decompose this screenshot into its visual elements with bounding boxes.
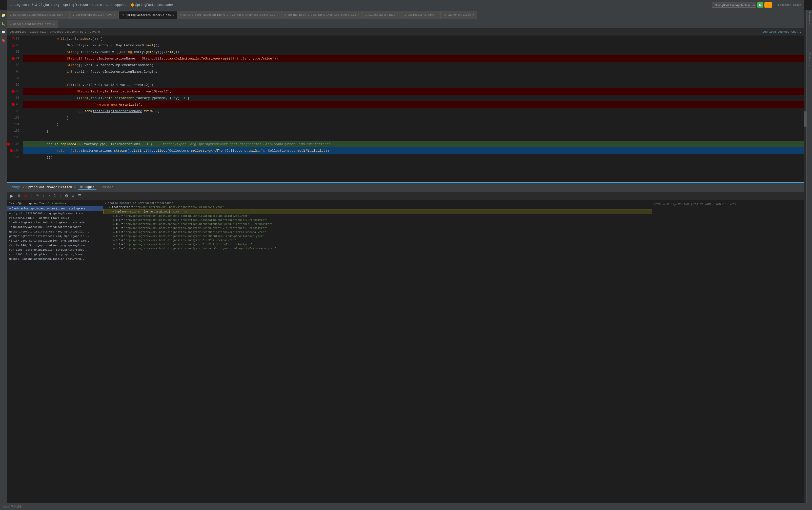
expand-icon[interactable]: ▶: [113, 247, 115, 250]
class-icon: 🔶: [130, 3, 134, 7]
tab-close[interactable]: ✕: [436, 13, 438, 17]
line-97: 97: [7, 95, 21, 101]
config-selector[interactable]: SpringBootDemoApplication: [712, 3, 756, 8]
tab-launcher[interactable]: ⬡ Launcher.class ✕: [441, 11, 477, 19]
frame-init266[interactable]: <init>:266, SpringApplication (org.sprin…: [7, 238, 103, 243]
tab-springfactoriesloader[interactable]: ⬡ SpringFactoriesLoader.class ✕: [119, 11, 177, 19]
tab-classloader[interactable]: ☕ ClassLoader.java ✕: [362, 11, 402, 19]
expand-icon[interactable]: ▶: [105, 202, 107, 205]
tab-close[interactable]: ✕: [172, 14, 174, 17]
run-to-cursor-button[interactable]: ⤵: [53, 193, 57, 199]
left-sidebar: 📁 🐛 🔲 🔖: [0, 10, 7, 503]
code-line-104: result.replaceAll((factoryType, implemen…: [23, 141, 804, 147]
breadcrumb-io[interactable]: io: [106, 3, 109, 7]
frame-run1295[interactable]: run:1295, SpringApplication (org.springf…: [7, 252, 103, 257]
expand-icon[interactable]: ▶: [113, 239, 115, 242]
tab-close[interactable]: ✕: [65, 13, 66, 17]
scrollbar-thumb[interactable]: [804, 111, 806, 126]
expand-icon[interactable]: ▼: [110, 210, 111, 213]
expand-icon[interactable]: ▶: [113, 227, 115, 230]
threads-button[interactable]: ☰: [77, 193, 83, 199]
resume-button[interactable]: ▶: [9, 193, 14, 199]
tab-webapplicationtype[interactable]: ☕ WebApplicationType.java ✕: [7, 20, 58, 28]
breakpoint-icon[interactable]: [12, 90, 15, 93]
tab-label: SpringFactoriesLoader.class: [125, 14, 171, 17]
stop-button[interactable]: ■: [23, 193, 28, 199]
console-tab[interactable]: Console: [98, 185, 115, 190]
code-line-100: }: [23, 114, 804, 121]
tab-close[interactable]: ✕: [277, 13, 278, 17]
download-sources-button[interactable]: Download Sources: [763, 30, 789, 33]
tab-close[interactable]: ✕: [357, 13, 359, 17]
static-label: static members of SpringFactoriesLoader: [108, 202, 173, 205]
var-value: {ArrayList@1292}: [144, 210, 170, 213]
tab-autoconfigure-factories[interactable]: ⚙ spring-boot-autoconfigure-2.7.5.jar!/……: [177, 11, 281, 19]
frame-getspringfactoriesinstances430[interactable]: getSpringFactoriesInstances:430, SpringA…: [7, 229, 103, 234]
var-size: size = 31: [172, 210, 187, 213]
run-button[interactable]: ▶: [757, 2, 763, 8]
tab-close[interactable]: ✕: [397, 13, 398, 17]
expand-icon[interactable]: ▶: [109, 206, 111, 209]
frame-main[interactable]: main:9, SpringBootDemoApplication (com.f…: [7, 257, 103, 261]
breakpoint-disabled-icon[interactable]: [12, 37, 15, 40]
code-line-89: Map.Entry<?, ?> entry = (Map.Entry)var6.…: [23, 42, 804, 49]
bookmarks-icon[interactable]: 🔖: [0, 37, 7, 44]
step-over-button[interactable]: ↷: [35, 193, 40, 199]
line-gutter: 88 89 90 91 92 93 94 95 96 97 98 99 100 …: [7, 35, 23, 182]
debugger-tab[interactable]: Debugger: [78, 185, 97, 190]
frame-init246[interactable]: <init>:246, SpringApplication (org.sprin…: [7, 243, 103, 248]
debug-session-name[interactable]: SpringBootDemoApplication: [26, 186, 72, 189]
tab-springbootdemoapplication[interactable]: ☕ SpringBootDemoApplication.java ✕: [7, 11, 70, 19]
tab-bar-row1: ☕ SpringBootDemoApplication.java ✕ ☕ Spr…: [7, 10, 804, 19]
breadcrumb-support[interactable]: support: [113, 3, 126, 7]
frames-button[interactable]: ≡: [71, 193, 75, 199]
breakpoint-icon[interactable]: [10, 149, 13, 152]
frame-getspringfactoriesinstances424[interactable]: getSpringFactoriesInstances:424, SpringA…: [7, 234, 103, 238]
frame-label: loadFactoryNames:132, SpringFactoriesLoa…: [9, 226, 81, 229]
frame-run1306[interactable]: run:1306, SpringApplication (org.springf…: [7, 248, 103, 252]
evaluate-button[interactable]: ⚙: [64, 193, 69, 199]
breakpoint-disabled-icon[interactable]: [12, 44, 15, 47]
thread-filter[interactable]: ▼: [64, 202, 66, 205]
frame-label: run:1295, SpringApplication (org.springf…: [9, 253, 88, 256]
breadcrumb-org[interactable]: org: [54, 3, 59, 7]
frame-replaceall[interactable]: replaceAll:1306, HashMap (java.util): [7, 216, 103, 220]
expand-icon[interactable]: ▶: [113, 223, 115, 226]
step-out-button[interactable]: ↑: [47, 193, 51, 199]
breakpoint-icon[interactable]: [12, 103, 15, 106]
debug-sidebar-icon[interactable]: 🐛: [0, 21, 7, 27]
breakpoint-icon[interactable]: [12, 57, 15, 60]
implementations-var: ▼ ⊙ implementations = {ArrayList@1292} s…: [103, 209, 652, 214]
frame-loadspringfactories[interactable]: loadSpringFactories:160, SpringFactories…: [7, 220, 103, 225]
tab-boot-factories[interactable]: ⚙ spring-boot-2.7.5.jar!/…/spring.factor…: [281, 11, 362, 19]
tab-close[interactable]: ✕: [53, 23, 55, 26]
expand-icon[interactable]: ▶: [113, 231, 115, 234]
class-name[interactable]: SpringFactoriesLoader: [136, 3, 174, 7]
tab-collections[interactable]: ☕ Collections.java ✕: [401, 11, 441, 19]
line-90: 90: [7, 49, 21, 55]
expand-icon[interactable]: ▶: [113, 219, 115, 222]
expand-icon[interactable]: ▶: [113, 235, 115, 238]
structure-icon[interactable]: 🔲: [0, 29, 7, 35]
breadcrumb-core[interactable]: core: [95, 3, 102, 7]
debug-session-close[interactable]: ✕: [74, 186, 76, 189]
breadcrumb-springframework[interactable]: springframework: [63, 3, 91, 7]
frame-apply[interactable]: apply:-1, 1122805102 (org.springframewor…: [7, 211, 103, 216]
frame-lambda[interactable]: → lambda$loadSpringFactories$1:161, Spri…: [7, 206, 103, 211]
debug-button[interactable]: 🐛: [764, 2, 772, 8]
project-icon[interactable]: 📁: [0, 12, 7, 19]
breakpoint-icon[interactable]: [7, 143, 10, 146]
frame-loadfactorynames[interactable]: loadFactoryNames:132, SpringFactoriesLoa…: [7, 225, 103, 229]
tab-close[interactable]: ✕: [472, 13, 474, 17]
tab-close[interactable]: ✕: [114, 13, 115, 17]
line-91: 91: [7, 55, 21, 62]
choose-sources-button[interactable]: Cho...: [791, 30, 801, 33]
pause-button[interactable]: ⏸: [16, 193, 22, 199]
expand-icon[interactable]: ▶: [113, 243, 115, 246]
step-into-button[interactable]: ↓: [41, 193, 46, 199]
frame-label: <init>:266, SpringApplication (org.sprin…: [9, 239, 91, 242]
expand-icon[interactable]: ▶: [113, 215, 115, 218]
java-icon: ☕: [10, 23, 12, 26]
vertical-scrollbar[interactable]: [804, 10, 806, 503]
tab-springapplication[interactable]: ☕ SpringApplication.java ✕: [70, 11, 119, 19]
